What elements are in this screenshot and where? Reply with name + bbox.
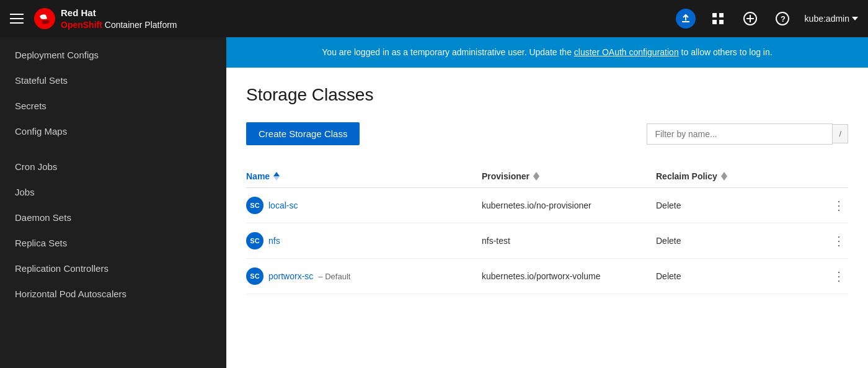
svg-rect-2 [712, 13, 717, 17]
page-content: Storage Classes Create Storage Class / N… [226, 68, 868, 368]
redhat-logo-icon [33, 7, 56, 30]
sort-asc-icon [273, 172, 280, 181]
row-reclaim-local-sc: Delete [656, 200, 830, 210]
row-reclaim-nfs: Delete [656, 236, 830, 246]
chevron-down-icon [852, 17, 858, 20]
svg-rect-3 [719, 13, 724, 17]
storage-class-link-portworx-sc[interactable]: portworx-sc [268, 271, 313, 281]
filter-area: / [647, 123, 848, 145]
table-row: SC nfs nfs-test Delete ⋮ [246, 223, 848, 259]
sidebar-item-stateful-sets[interactable]: Stateful Sets [0, 68, 226, 93]
sc-badge: SC [246, 232, 264, 249]
svg-rect-4 [712, 20, 717, 24]
storage-class-table: Name Provisioner Reclaim Policy [246, 165, 848, 294]
col-header-name[interactable]: Name [246, 171, 482, 181]
table-row: SC portworx-sc – Default kubernetes.io/p… [246, 259, 848, 294]
admin-banner: You are logged in as a temporary adminis… [226, 37, 868, 68]
row-reclaim-portworx-sc: Delete [656, 271, 830, 281]
sidebar-item-horizontal-pod-autoscalers[interactable]: Horizontal Pod Autoscalers [0, 281, 226, 307]
create-storage-class-button[interactable]: Create Storage Class [246, 122, 360, 145]
sidebar-item-deployment-configs[interactable]: Deployment Configs [0, 42, 226, 68]
col-header-reclaim-policy[interactable]: Reclaim Policy [656, 171, 830, 181]
svg-rect-5 [719, 20, 724, 24]
row-provisioner-nfs: nfs-test [482, 236, 656, 246]
row-actions-local-sc[interactable]: ⋮ [830, 198, 848, 213]
help-icon[interactable]: ? [773, 9, 792, 29]
oauth-config-link[interactable]: cluster OAuth configuration [574, 47, 679, 57]
content-area: You are logged in as a temporary adminis… [226, 37, 868, 368]
page-title: Storage Classes [246, 85, 848, 105]
sort-icon [533, 172, 539, 181]
hamburger-menu[interactable] [10, 14, 24, 24]
col-header-provisioner[interactable]: Provisioner [482, 171, 656, 181]
sidebar-item-daemon-sets[interactable]: Daemon Sets [0, 205, 226, 230]
toolbar: Create Storage Class / [246, 122, 848, 145]
sidebar-item-secrets[interactable]: Secrets [0, 93, 226, 119]
filter-slash-key: / [833, 124, 848, 143]
user-menu[interactable]: kube:admin [805, 14, 858, 24]
row-actions-nfs[interactable]: ⋮ [830, 233, 848, 248]
sort-icon-2 [721, 172, 727, 181]
sidebar-item-replica-sets[interactable]: Replica Sets [0, 230, 226, 256]
upload-icon[interactable] [676, 9, 696, 29]
row-name-portworx-sc: SC portworx-sc – Default [246, 267, 482, 285]
filter-input[interactable] [647, 123, 833, 145]
brand-logo: Red Hat OpenShift Container Platform [33, 7, 177, 30]
sidebar-item-config-maps[interactable]: Config Maps [0, 119, 226, 144]
sidebar-item-jobs[interactable]: Jobs [0, 179, 226, 205]
table-header: Name Provisioner Reclaim Policy [246, 165, 848, 188]
brand-text: Red Hat OpenShift Container Platform [61, 7, 177, 30]
sc-badge: SC [246, 267, 264, 285]
default-tag: – Default [318, 272, 350, 281]
storage-class-link-local-sc[interactable]: local-sc [268, 200, 298, 210]
svg-text:?: ? [781, 14, 786, 24]
sidebar-item-replication-controllers[interactable]: Replication Controllers [0, 256, 226, 281]
topnav: Red Hat OpenShift Container Platform ? k… [0, 0, 868, 37]
row-name-nfs: SC nfs [246, 232, 482, 249]
table-row: SC local-sc kubernetes.io/no-provisioner… [246, 188, 848, 223]
row-name-local-sc: SC local-sc [246, 197, 482, 214]
grid-icon[interactable] [708, 9, 728, 29]
add-icon[interactable] [740, 9, 760, 29]
row-actions-portworx-sc[interactable]: ⋮ [830, 269, 848, 284]
row-provisioner-local-sc: kubernetes.io/no-provisioner [482, 200, 656, 210]
row-provisioner-portworx-sc: kubernetes.io/portworx-volume [482, 271, 656, 281]
svg-rect-1 [682, 21, 689, 22]
sidebar: Deployment Configs Stateful Sets Secrets… [0, 37, 226, 368]
sc-badge: SC [246, 197, 264, 214]
sidebar-item-cron-jobs[interactable]: Cron Jobs [0, 154, 226, 179]
storage-class-link-nfs[interactable]: nfs [268, 236, 280, 246]
